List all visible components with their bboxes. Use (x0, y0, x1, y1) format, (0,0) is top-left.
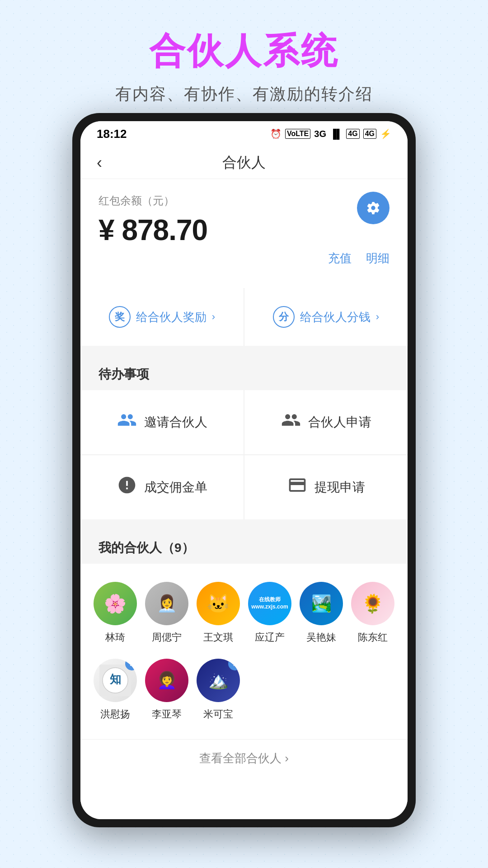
partner-chendonghong[interactable]: 🌻 陈东红 (347, 575, 399, 651)
partner-yingliao[interactable]: 在线教师www.zxjs.com 应辽产 (244, 575, 296, 651)
signal-4g-icon: 4G (346, 129, 359, 139)
divider-1 (80, 346, 408, 355)
partner-apply-item[interactable]: 合伙人申请 (244, 390, 408, 454)
avatar-person1-img: 👩‍💼 (145, 582, 188, 625)
partner-avatar-wangwenqi: 🐱 (197, 582, 240, 625)
back-button[interactable]: ‹ (97, 153, 102, 172)
view-all-button[interactable]: 查看全部合伙人 › (80, 739, 408, 777)
partner-name-chendonghong: 陈东红 (358, 631, 388, 644)
partner-avatar-linqi: 🌸 (94, 582, 137, 625)
partner-avatar-hongweiyang: 知 2 (94, 659, 137, 702)
status-bar: 18:12 ⏰ VoLTE 3G ▐▌ 4G 4G ⚡ (80, 121, 408, 146)
avatar-garden-img: 🌻 (351, 582, 394, 625)
alarm-icon: ⏰ (270, 128, 282, 139)
status-icons: ⏰ VoLTE 3G ▐▌ 4G 4G ⚡ (270, 128, 391, 139)
todo-grid: 邀请合伙人 合伙人申请 成交佣金单 (80, 390, 408, 519)
partner-name-hongweiyang: 洪慰扬 (100, 708, 130, 721)
share-text: 给合伙人分钱 (300, 309, 371, 325)
partner-name-wangwenqi: 王文琪 (203, 631, 233, 644)
commission-icon (117, 475, 137, 500)
partner-avatar-wuyanmei: 🏞️ (300, 582, 343, 625)
balance-section: 红包余额（元） ¥ 878.70 充值 明细 (80, 179, 408, 279)
app-title: 合伙人系统 (18, 27, 470, 76)
partner-hongweiyang[interactable]: 知 2 洪慰扬 (89, 651, 141, 728)
reward-text: 给合伙人奖励 (136, 309, 206, 325)
header-banner: 合伙人系统 有内容、有协作、有激励的转介绍 (0, 0, 488, 119)
partner-wangwenqi[interactable]: 🐱 王文琪 (192, 575, 244, 651)
partner-liyaqin[interactable]: 👩‍🦱 李亚琴 (141, 651, 192, 728)
balance-actions: 充值 明细 (99, 250, 389, 266)
action-cards: 奖 给合伙人奖励 › 分 给合伙人分钱 › (80, 288, 408, 346)
signal-4g2-icon: 4G (363, 129, 376, 139)
invite-text: 邀请合伙人 (144, 414, 207, 431)
apply-icon (281, 410, 301, 434)
partners-header: 我的合伙人（9） (80, 528, 408, 564)
balance-amount: ¥ 878.70 (99, 213, 389, 247)
partner-name-zhouning: 周偲宁 (152, 631, 182, 644)
main-content: 红包余额（元） ¥ 878.70 充值 明细 奖 给合伙人奖励 › (80, 179, 408, 819)
nav-bar: ‹ 合伙人 (80, 146, 408, 179)
signal-3g-icon: 3G (314, 129, 326, 139)
partner-name-mikebao: 米可宝 (203, 708, 233, 721)
partner-linqi[interactable]: 🌸 林琦 (89, 575, 141, 651)
partner-name-linqi: 林琦 (105, 631, 125, 644)
partner-avatar-liyaqin: 👩‍🦱 (145, 659, 188, 702)
partner-avatar-yingliao: 在线教师www.zxjs.com (248, 582, 291, 625)
volte-icon: VoLTE (285, 129, 310, 139)
partner-avatar-chendonghong: 🌻 (351, 582, 394, 625)
reward-arrow: › (212, 311, 215, 323)
invite-icon (117, 410, 137, 434)
partner-avatar-zhouning: 👩‍💼 (145, 582, 188, 625)
avatar-online-img: 在线教师www.zxjs.com (248, 582, 291, 625)
avatar-sea-img: 🏞️ (300, 582, 343, 625)
recharge-button[interactable]: 充值 (328, 250, 352, 266)
phone-frame: 18:12 ⏰ VoLTE 3G ▐▌ 4G 4G ⚡ ‹ 合伙人 红包余额（元… (72, 113, 416, 827)
partner-mikebao[interactable]: 🏔️ 1 米可宝 (192, 651, 244, 728)
balance-label: 红包余额（元） (99, 193, 389, 208)
share-money-card[interactable]: 分 给合伙人分钱 › (244, 288, 408, 346)
apply-text: 合伙人申请 (308, 414, 371, 431)
partner-wuyanmei[interactable]: 🏞️ 吴艳妹 (296, 575, 347, 651)
withdraw-icon (287, 475, 307, 500)
todo-header: 待办事项 (80, 355, 408, 390)
partner-avatar-mikebao: 🏔️ 1 (197, 659, 240, 702)
settings-button[interactable] (357, 192, 389, 224)
avatar-cat-img: 🐱 (197, 582, 240, 625)
partners-grid: 🌸 林琦 👩‍💼 周偲宁 🐱 王文琪 (80, 564, 408, 739)
partner-name-wuyanmei: 吴艳妹 (306, 631, 336, 644)
partner-zhouning[interactable]: 👩‍💼 周偲宁 (141, 575, 192, 651)
battery-icon: ⚡ (380, 128, 391, 139)
status-time: 18:12 (97, 127, 127, 141)
invite-partner-item[interactable]: 邀请合伙人 (80, 390, 244, 454)
signal-icon: ▐▌ (330, 129, 343, 139)
avatar-glasses-img: 👩‍🦱 (145, 659, 188, 702)
commission-item[interactable]: 成交佣金单 (80, 455, 244, 519)
share-arrow: › (376, 311, 379, 323)
app-subtitle: 有内容、有协作、有激励的转介绍 (18, 83, 470, 105)
reward-partner-card[interactable]: 奖 给合伙人奖励 › (80, 288, 244, 346)
partner-name-liyaqin: 李亚琴 (152, 708, 182, 721)
detail-button[interactable]: 明细 (366, 250, 389, 266)
svg-text:知: 知 (109, 673, 121, 685)
page-title: 合伙人 (222, 153, 266, 173)
withdraw-item[interactable]: 提现申请 (244, 455, 408, 519)
divider-2 (80, 519, 408, 528)
phone-screen: 18:12 ⏰ VoLTE 3G ▐▌ 4G 4G ⚡ ‹ 合伙人 红包余额（元… (80, 121, 408, 819)
withdraw-text: 提现申请 (314, 479, 365, 496)
reward-icon: 奖 (109, 306, 131, 328)
commission-text: 成交佣金单 (144, 479, 207, 496)
share-icon: 分 (273, 306, 295, 328)
partner-name-yingliao: 应辽产 (255, 631, 285, 644)
avatar-flower-img: 🌸 (94, 582, 137, 625)
